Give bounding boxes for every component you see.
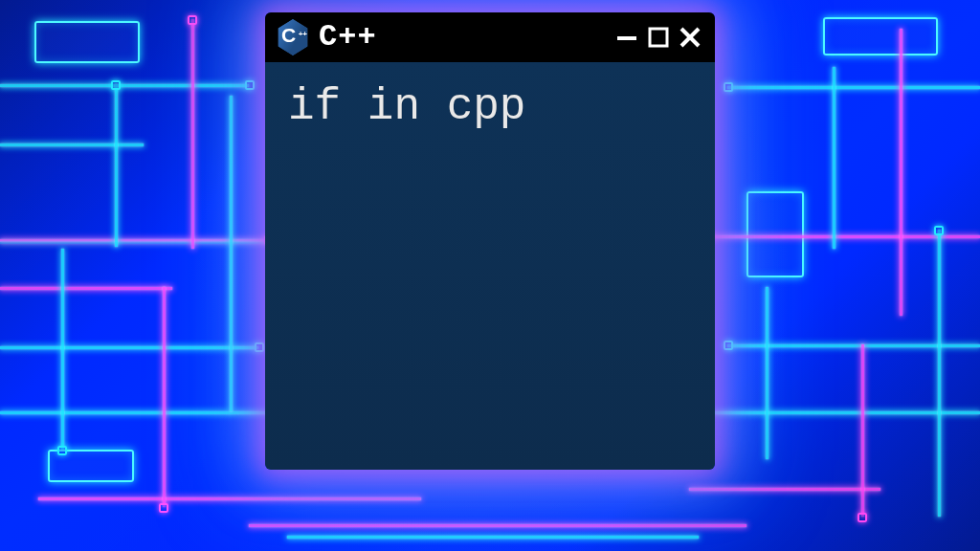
logo-plusplus: ++	[299, 31, 307, 38]
terminal-content: if in cpp	[288, 83, 692, 132]
window-title: C++	[319, 22, 615, 53]
titlebar[interactable]: C ++ C++	[265, 12, 715, 62]
window-controls	[615, 26, 702, 49]
close-button[interactable]	[679, 26, 702, 49]
maximize-icon	[648, 27, 669, 48]
minimize-button[interactable]	[615, 26, 638, 49]
terminal-window: C ++ C++ if in cpp	[265, 12, 715, 470]
logo-letter: C	[281, 25, 296, 45]
cpp-logo-icon: C ++	[277, 19, 309, 55]
close-icon	[679, 26, 702, 49]
svg-rect-1	[650, 29, 667, 46]
maximize-button[interactable]	[648, 27, 669, 48]
minimize-icon	[615, 26, 638, 49]
terminal-body[interactable]: if in cpp	[265, 62, 715, 470]
svg-rect-0	[617, 36, 636, 40]
